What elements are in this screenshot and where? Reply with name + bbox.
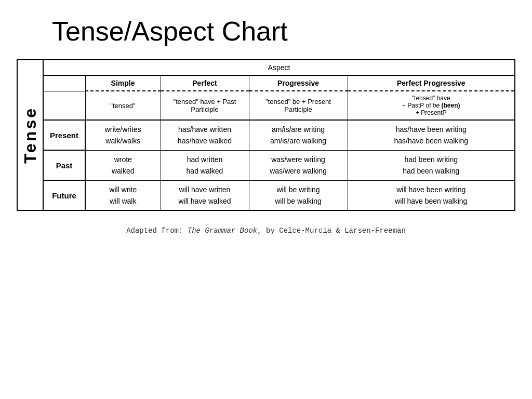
row-past-label: Past [44, 150, 85, 180]
formula-simple: "tensed" [85, 91, 161, 120]
formula-perfect-progressive: "tensed" have + PastP of be (been) + Pre… [348, 91, 514, 120]
citation: Adapted from: The Grammar Book, by Celce… [126, 227, 406, 235]
formula-perfect: "tensed" have + Past Participle [161, 91, 249, 120]
col-simple: Simple [85, 75, 161, 91]
future-progressive: will be writingwill be walking [249, 180, 348, 210]
future-simple: will writewill walk [85, 180, 161, 210]
past-perfect: had writtenhad walked [161, 150, 249, 180]
formula-progressive: "tensed" be + Present Participle [249, 91, 348, 120]
col-pp-label: Perfect Progressive [397, 79, 466, 87]
row-present-label: Present [44, 120, 85, 150]
col-progressive: Progressive [249, 75, 348, 91]
table-row-past: Past wrotewalked had writtenhad walked w… [44, 150, 514, 180]
col-perfect-progressive: Perfect Progressive [348, 75, 514, 91]
future-perfect: will have writtenwill have walked [161, 180, 249, 210]
present-perfect: has/have writtenhas/have walked [161, 120, 249, 150]
aspect-header: Aspect [44, 60, 514, 75]
tense-label: Tense [21, 107, 40, 164]
row-future-label: Future [44, 180, 85, 210]
table-row-future: Future will writewill walk will have wri… [44, 180, 514, 210]
table-row-present: Present write/writeswalk/walks has/have … [44, 120, 514, 150]
past-simple: wrotewalked [85, 150, 161, 180]
page-title: Tense/Aspect Chart [52, 16, 288, 47]
present-simple: write/writeswalk/walks [85, 120, 161, 150]
col-perfect: Perfect [161, 75, 249, 91]
present-progressive: am/is/are writingam/is/are walking [249, 120, 348, 150]
past-progressive: was/were writingwas/were walking [249, 150, 348, 180]
past-perfect-progressive: had been writinghad been walking [348, 150, 514, 180]
future-perfect-progressive: will have been writingwill have been wal… [348, 180, 514, 210]
present-perfect-progressive: has/have been writinghas/have been walki… [348, 120, 514, 150]
